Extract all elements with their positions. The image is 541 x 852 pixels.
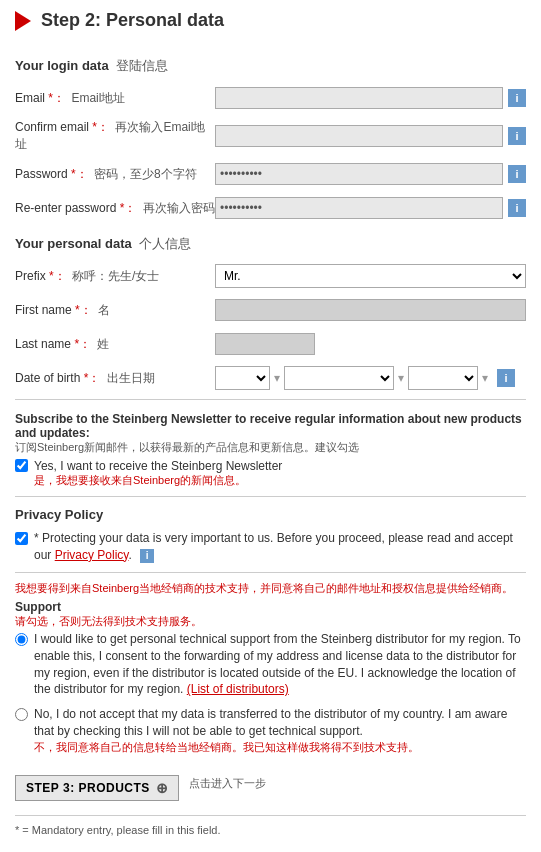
page-title: Step 2: Personal data <box>41 10 224 31</box>
dob-year-select[interactable] <box>408 366 478 390</box>
newsletter-title: Subscribe to the Steinberg Newsletter to… <box>15 412 526 455</box>
newsletter-section: Subscribe to the Steinberg Newsletter to… <box>15 399 526 488</box>
dob-info-icon[interactable]: i <box>497 369 515 387</box>
email-input[interactable] <box>215 87 503 109</box>
step3-row: STEP 3: PRODUCTS ⊕ 点击进入下一步 <box>15 765 526 801</box>
privacy-checkbox[interactable] <box>15 532 28 545</box>
radio-no[interactable] <box>15 708 28 721</box>
confirm-email-info-icon[interactable]: i <box>508 127 526 145</box>
page-header: Step 2: Personal data <box>15 10 526 39</box>
step3-cn: 点击进入下一步 <box>189 776 266 791</box>
firstname-label: First name *： 名 <box>15 302 215 319</box>
reenter-info-icon[interactable]: i <box>508 199 526 217</box>
password-label: Password *： 密码，至少8个字符 <box>15 166 215 183</box>
prefix-row: Prefix *： 称呼：先生/女士 Mr. Mrs. Ms. Dr. <box>15 263 526 289</box>
support-section: 我想要得到来自Steinberg当地经销商的技术支持，并同意将自己的邮件地址和授… <box>15 572 526 756</box>
password-row: Password *： 密码，至少8个字符 i <box>15 161 526 187</box>
confirm-email-row: Confirm email *： 再次输入Email地址 i <box>15 119 526 153</box>
dob-label: Date of birth *： 出生日期 <box>15 370 215 387</box>
newsletter-check-row: Yes, I want to receive the Steinberg New… <box>15 459 526 488</box>
personal-section-title: Your personal data 个人信息 <box>15 235 526 253</box>
login-section-title: Your login data 登陆信息 <box>15 57 526 75</box>
lastname-label: Last name *： 姓 <box>15 336 215 353</box>
step3-arrow-icon: ⊕ <box>156 780 169 796</box>
mandatory-note: * = Mandatory entry, please fill in this… <box>15 815 526 836</box>
lastname-row: Last name *： 姓 <box>15 331 526 357</box>
email-info-icon[interactable]: i <box>508 89 526 107</box>
support-label: Support <box>15 600 61 614</box>
confirm-email-label: Confirm email *： 再次输入Email地址 <box>15 119 215 153</box>
radio-yes-option: I would like to get personal technical s… <box>15 631 526 698</box>
step3-button[interactable]: STEP 3: PRODUCTS ⊕ <box>15 775 179 801</box>
privacy-title: Privacy Policy <box>15 507 526 522</box>
password-info-icon[interactable]: i <box>508 165 526 183</box>
reenter-password-row: Re-enter password *： 再次输入密码 i <box>15 195 526 221</box>
password-input[interactable] <box>215 163 503 185</box>
privacy-info-icon[interactable]: i <box>140 549 154 563</box>
dob-row: Date of birth *： 出生日期 ▾ ▾ ▾ i <box>15 365 526 391</box>
firstname-row: First name *： 名 <box>15 297 526 323</box>
newsletter-checkbox[interactable] <box>15 459 28 472</box>
support-cn-sub: 请勾选，否则无法得到技术支持服务。 <box>15 614 526 629</box>
radio-yes[interactable] <box>15 633 28 646</box>
reenter-password-input[interactable] <box>215 197 503 219</box>
radio-no-cn: 不，我同意将自己的信息转给当地经销商。我已知这样做我将得不到技术支持。 <box>34 740 526 755</box>
privacy-policy-link[interactable]: Privacy Policy <box>55 548 129 562</box>
support-cn-note: 我想要得到来自Steinberg当地经销商的技术支持，并同意将自己的邮件地址和授… <box>15 581 526 596</box>
prefix-select[interactable]: Mr. Mrs. Ms. Dr. <box>215 264 526 288</box>
step-icon <box>15 11 31 31</box>
dob-day-select[interactable] <box>215 366 270 390</box>
dob-inputs: ▾ ▾ ▾ i <box>215 366 515 390</box>
step3-btn-label: STEP 3: PRODUCTS <box>26 781 150 795</box>
privacy-check-row: * Protecting your data is very important… <box>15 530 526 564</box>
distributor-list-link[interactable]: (List of distributors) <box>187 682 289 696</box>
privacy-section: Privacy Policy * Protecting your data is… <box>15 496 526 755</box>
dob-month-select[interactable] <box>284 366 394 390</box>
email-row: Email *： Email地址 i <box>15 85 526 111</box>
prefix-label: Prefix *： 称呼：先生/女士 <box>15 268 215 285</box>
lastname-input[interactable] <box>215 333 315 355</box>
confirm-email-input[interactable] <box>215 125 503 147</box>
radio-no-option: No, I do not accept that my data is tran… <box>15 706 526 755</box>
reenter-label: Re-enter password *： 再次输入密码 <box>15 200 215 217</box>
firstname-input[interactable] <box>215 299 526 321</box>
email-label: Email *： Email地址 <box>15 90 215 107</box>
